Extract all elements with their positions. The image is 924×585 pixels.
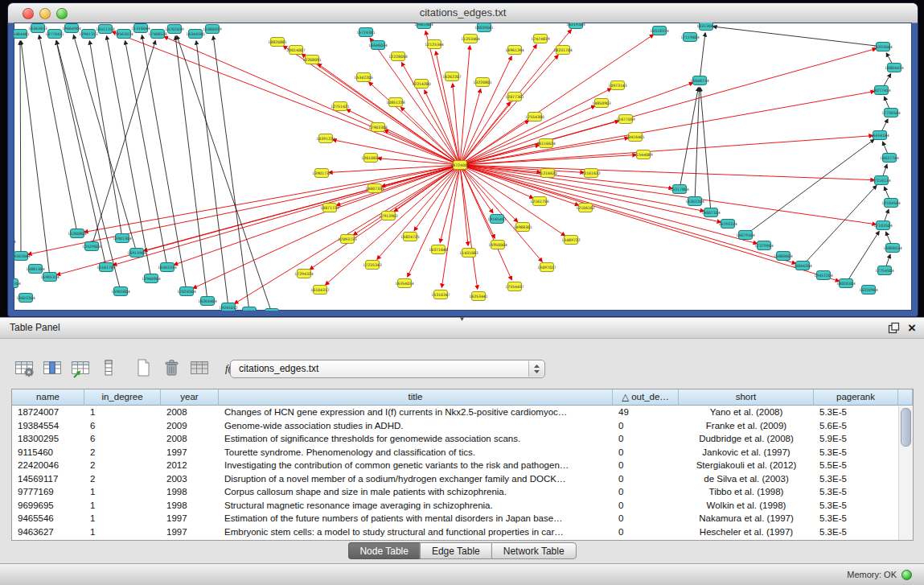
float-panel-icon[interactable] (888, 322, 900, 334)
close-panel-icon[interactable]: × (908, 321, 916, 335)
table-settings-icon[interactable] (13, 357, 35, 379)
column-header-short[interactable]: short (679, 389, 814, 406)
graph-node[interactable]: 12228058 (388, 52, 407, 61)
citation-edge-red[interactable] (460, 165, 468, 245)
graph-node[interactable]: 12610651 (361, 154, 380, 163)
scrollbar-thumb[interactable] (901, 408, 911, 447)
graph-node[interactable]: 10391224 (316, 134, 335, 143)
citation-edge-black[interactable] (745, 139, 874, 235)
graph-node[interactable]: 15342206 (354, 73, 372, 82)
graph-node[interactable]: 16679104 (736, 231, 754, 240)
graph-node[interactable]: 16220904 (859, 286, 877, 295)
tab-node-table[interactable]: Node Table (347, 542, 420, 559)
graph-node[interactable]: 12208091 (302, 56, 321, 64)
graph-node[interactable]: 15464401 (14, 30, 30, 39)
graph-node[interactable]: 13217804 (670, 185, 688, 194)
citation-edge-black[interactable] (846, 232, 879, 283)
graph-node[interactable]: 16343813 (28, 24, 47, 33)
merge-table-icon[interactable] (188, 357, 211, 379)
graph-node[interactable]: 12106162 (576, 204, 594, 212)
graph-node[interactable]: 18839041 (474, 23, 493, 32)
graph-node[interactable]: 16603204 (16, 294, 35, 303)
graph-node[interactable]: 11431683 (459, 249, 478, 257)
graph-node[interactable]: 12529604 (82, 242, 101, 251)
graph-node[interactable]: 17554300 (525, 113, 544, 122)
table-row[interactable]: 946362711997Embryonic stem cells: a mode… (12, 525, 913, 539)
graph-node[interactable]: 16104317 (310, 286, 329, 295)
citation-edge-black[interactable] (39, 35, 77, 233)
graph-node[interactable]: 17294324 (294, 270, 313, 278)
graph-node[interactable]: 16808014 (883, 244, 901, 253)
citation-edge-black[interactable] (20, 41, 21, 256)
graph-node[interactable]: 16503314 (158, 263, 176, 272)
citation-edge-red[interactable] (460, 165, 757, 244)
table-row[interactable]: 1938455462009Genome-wide association stu… (12, 419, 913, 433)
graph-node[interactable]: 14702039 (165, 25, 183, 34)
import-table-icon[interactable] (69, 357, 92, 379)
graph-node[interactable]: 19661804 (414, 23, 433, 29)
graph-node[interactable]: 18231704 (553, 46, 572, 55)
graph-node[interactable]: 16793314 (718, 220, 737, 229)
graph-node[interactable]: 17379904 (754, 241, 773, 250)
graph-node[interactable]: 14434184 (870, 131, 889, 140)
table-scrollbar[interactable] (898, 406, 913, 540)
graph-node[interactable]: 12060104 (14, 279, 21, 288)
table-selector[interactable]: citations_edges.txt (230, 360, 545, 378)
graph-node[interactable]: 19145451 (487, 215, 506, 224)
graph-node[interactable]: 12077301 (505, 93, 524, 101)
graph-node[interactable]: 15950004 (488, 241, 507, 249)
citation-edge-black[interactable] (89, 41, 122, 238)
graph-node[interactable]: 15905804 (111, 287, 129, 296)
graph-node[interactable]: 11253404 (461, 35, 479, 43)
delete-icon[interactable] (160, 357, 183, 379)
column-header-out_degree[interactable]: △ out_de… (613, 389, 679, 406)
network-view[interactable]: 1872400716262207122142801085122817903308… (14, 23, 912, 311)
citation-edge-black[interactable] (713, 27, 883, 47)
graph-node[interactable]: 16637744 (880, 154, 898, 163)
graph-node[interactable]: 12161756 (530, 197, 548, 206)
graph-node[interactable]: 10770411 (45, 30, 64, 39)
graph-node[interactable]: 18313044 (696, 23, 715, 31)
graph-node[interactable]: 15234704 (262, 309, 281, 311)
graph-node[interactable]: 10973143 (608, 81, 626, 90)
graph-node[interactable]: 12941313 (79, 30, 97, 39)
graph-node[interactable]: 15724301 (356, 28, 375, 37)
graph-node[interactable]: 17119604 (680, 33, 699, 42)
table-row[interactable]: 2242004622012Investigating the contribut… (12, 459, 913, 472)
graph-node[interactable]: 18724007 (450, 161, 469, 170)
table-row[interactable]: 969969511998Structural magnetic resonanc… (12, 499, 913, 513)
column-header-title[interactable]: title (219, 389, 613, 406)
graph-node[interactable]: 17913903 (379, 212, 397, 220)
graph-node[interactable]: 16913904 (127, 249, 146, 257)
column-header-name[interactable]: name (12, 389, 84, 406)
graph-node[interactable]: 10851228 (386, 98, 405, 107)
graph-node[interactable]: 13901732 (312, 169, 331, 178)
graph-node[interactable]: 20014007 (286, 46, 305, 55)
graph-node[interactable]: 14607104 (701, 208, 720, 217)
graph-node[interactable]: 17235343 (363, 261, 381, 270)
graph-node[interactable]: 18277414 (872, 86, 890, 95)
graph-node[interactable]: 15881304 (26, 265, 44, 274)
citation-edge-red[interactable] (354, 165, 460, 235)
table-row[interactable]: 977716911998Corpus callosum shape and si… (12, 485, 913, 499)
table-row[interactable]: 911546021997Tourette syndrome. Phenomeno… (12, 446, 913, 459)
network-canvas-svg[interactable]: 1872400716262207122142801085122817903308… (14, 23, 912, 311)
row-icon[interactable] (97, 357, 120, 379)
panel-resize-handle[interactable]: ▼ (459, 316, 466, 323)
citation-edge-red[interactable] (460, 83, 693, 165)
graph-node[interactable]: 15260804 (68, 229, 86, 238)
graph-node[interactable]: 11216620 (538, 169, 556, 178)
graph-node[interactable]: 16503044 (14, 252, 31, 261)
graph-node[interactable]: 11086929 (203, 25, 221, 34)
graph-node[interactable]: 17103504 (873, 221, 892, 230)
graph-node[interactable]: 16503804 (240, 307, 258, 311)
graph-node[interactable]: 17554437 (505, 282, 524, 291)
graph-node[interactable]: 17754504 (875, 266, 893, 275)
citation-edge-black[interactable] (56, 41, 121, 291)
graph-node[interactable]: 11316044 (131, 24, 150, 33)
citation-edge-red[interactable] (460, 89, 611, 165)
graph-node[interactable]: 19452204 (814, 271, 832, 280)
graph-node[interactable]: 16354014 (395, 279, 413, 288)
citation-edge-red[interactable] (453, 84, 460, 165)
citation-edge-red[interactable] (414, 165, 460, 231)
